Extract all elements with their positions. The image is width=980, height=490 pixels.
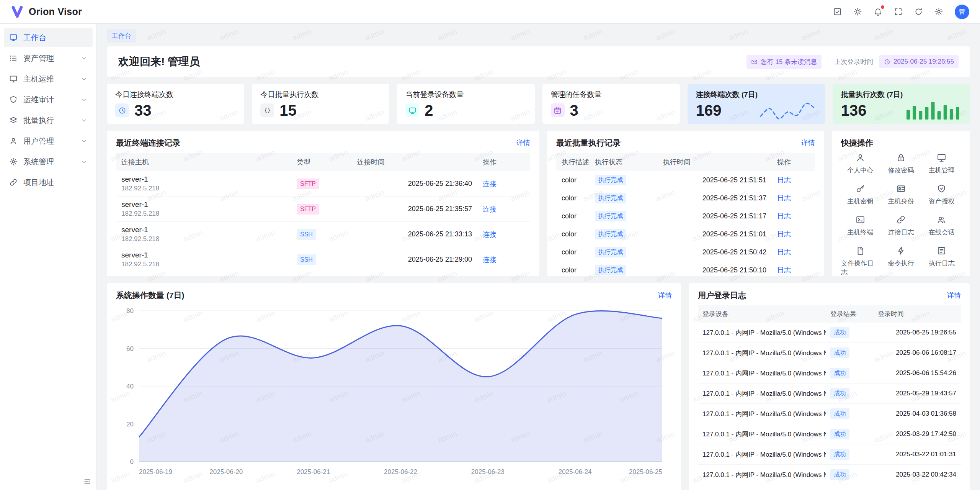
stat-card-title: 当前登录设备数量 [405,90,526,100]
log-link[interactable]: 日志 [777,248,791,256]
type-cell: SSH [291,247,352,272]
quick-op-host-key[interactable]: 主机密钥 [841,184,879,206]
quick-op-command-execution[interactable]: 命令执行 [882,246,920,276]
divider [828,57,828,66]
connections-sparkline [759,100,817,121]
key-icon [856,184,865,193]
system-operations-detail-link[interactable]: 详情 [658,291,672,300]
host-cell: server-1182.92.5.218 [116,222,291,247]
exec-desc-cell: color [556,207,590,225]
quick-op-label: 执行日志 [929,259,955,268]
quick-op-host-identity[interactable]: 主机身份 [882,184,920,206]
quick-op-execution-log[interactable]: 执行日志 [923,246,961,276]
mail-icon [751,59,758,65]
connect-link[interactable]: 连接 [483,256,497,264]
login-device-cell: 127.0.0.1 - 内网IP - Mozilla/5.0 (Windows … [698,363,826,383]
quick-op-personal-center[interactable]: 个人中心 [841,153,879,175]
quick-op-connection-log[interactable]: 连接日志 [882,215,920,237]
quick-op-label: 文件操作日志 [841,259,879,276]
stat-value: 15 [279,103,297,118]
monitor-icon [9,75,18,83]
sidebar-item-label: 资产管理 [23,53,54,64]
shield-icon [9,95,18,104]
list-icon [9,54,18,62]
quick-op-change-password[interactable]: 修改密码 [882,153,920,175]
calendar-check-icon [554,107,562,115]
sidebar-item-system-management[interactable]: 系统管理 [4,152,93,171]
chevron-down-icon [81,159,87,165]
avatar[interactable]: 管 [955,5,969,19]
exec-status-tag: 执行完成 [595,211,626,221]
notifications-bell-icon[interactable] [874,7,882,16]
stat-card-title: 今日批量执行次数 [260,90,381,100]
theme-toggle-sun-icon[interactable] [853,7,862,16]
login-result-cell: 成功 [826,323,873,343]
stat-value: 2 [425,103,433,118]
exec-time-cell: 2025-06-25 21:51:51 [658,171,772,189]
sidebar-item-user-management[interactable]: 用户管理 [4,132,93,150]
connection-row: server-1182.92.5.218SFTP2025-06-25 21:35… [116,197,530,222]
protocol-tag-sftp: SFTP [297,179,319,189]
sidebar-item-project-link[interactable]: 项目地址 [4,173,93,192]
todo-check-square-icon[interactable] [833,7,842,16]
quick-op-asset-authorization[interactable]: 资产授权 [923,184,961,206]
log-link[interactable]: 日志 [777,194,791,202]
breadcrumb-item-workbench[interactable]: 工作台 [107,29,136,43]
log-link[interactable]: 日志 [777,176,791,184]
sidebar-item-label: 工作台 [23,33,46,43]
exec-desc-cell: color [556,189,590,207]
login-log-title: 用户登录日志 [698,290,746,301]
last-login-time: 2025-06-25 19:26:55 [893,58,954,66]
stat-card-executions-7d: 批量执行次数 (7日)136 [833,84,970,124]
recent-connections-title: 最近终端连接记录 [116,138,180,148]
stat-value: 169 [696,103,722,118]
chevron-down-icon [81,138,87,144]
sidebar-collapse-button[interactable] [83,478,91,485]
exec-status-cell: 执行完成 [590,171,658,189]
svg-text:2025-06-21: 2025-06-21 [297,468,330,475]
sidebar-item-asset-management[interactable]: 资产管理 [4,49,93,67]
quick-op-online-session[interactable]: 在线会话 [923,215,961,237]
braces-icon [263,107,271,115]
refresh-icon[interactable] [914,7,923,16]
recent-connections-detail-link[interactable]: 详情 [516,138,530,147]
sidebar-item-workbench[interactable]: 工作台 [4,28,93,47]
quick-actions-title: 快捷操作 [841,138,873,148]
settings-gear-icon[interactable] [934,7,943,16]
recent-executions-detail-link[interactable]: 详情 [801,138,815,147]
svg-text:2025-06-20: 2025-06-20 [209,468,243,475]
protocol-tag-ssh: SSH [297,229,316,240]
header-row: 执行描述执行状态执行时间操作 [556,153,815,171]
login-result-cell: 成功 [826,343,873,363]
quick-op-host-terminal[interactable]: 主机终端 [841,215,879,237]
log-link[interactable]: 日志 [777,266,791,274]
quick-op-label: 连接日志 [888,228,914,237]
sidebar-item-batch-execution[interactable]: 批量执行 [4,111,93,129]
fullscreen-icon[interactable] [894,7,903,16]
column-header: 操作 [477,153,530,171]
log-link[interactable]: 日志 [777,230,791,238]
topbar: Orion Visor 管 [0,0,980,24]
quick-op-file-operation-log[interactable]: 文件操作日志 [841,246,879,276]
execution-row: color执行完成2025-06-25 21:51:51日志 [556,171,815,189]
login-result-tag: 成功 [830,469,849,480]
log-link[interactable]: 日志 [777,212,791,220]
table-head: 登录设备登录结果登录时间 [698,305,961,323]
quick-op-host-management[interactable]: 主机管理 [923,153,961,175]
host-ip: 182.92.5.218 [121,210,286,218]
connect-link[interactable]: 连接 [483,231,497,238]
connect-link[interactable]: 连接 [483,205,497,213]
action-cell: 日志 [772,207,815,225]
login-log-detail-link[interactable]: 详情 [947,291,961,300]
stat-card-connections-7d: 连接终端次数 (7日)169 [688,84,825,124]
connection-row: server-1182.92.5.218SSH2025-06-25 21:29:… [116,247,530,272]
connect-link[interactable]: 连接 [483,180,497,188]
unread-messages-tag[interactable]: 您有 15 条未读消息 [746,55,822,69]
sidebar-item-host-ops[interactable]: 主机运维 [4,70,93,88]
host-ip: 182.92.5.218 [121,235,286,243]
sidebar-item-ops-audit[interactable]: 运维审计 [4,90,93,109]
login-row: 127.0.0.1 - 内网IP - Mozilla/5.0 (Windows … [698,343,961,363]
area-chart-svg: 0204060802025-06-192025-06-202025-06-212… [116,305,672,478]
exec-time-cell: 2025-06-25 21:50:42 [658,243,772,261]
stat-value-row: 2 [405,103,526,118]
